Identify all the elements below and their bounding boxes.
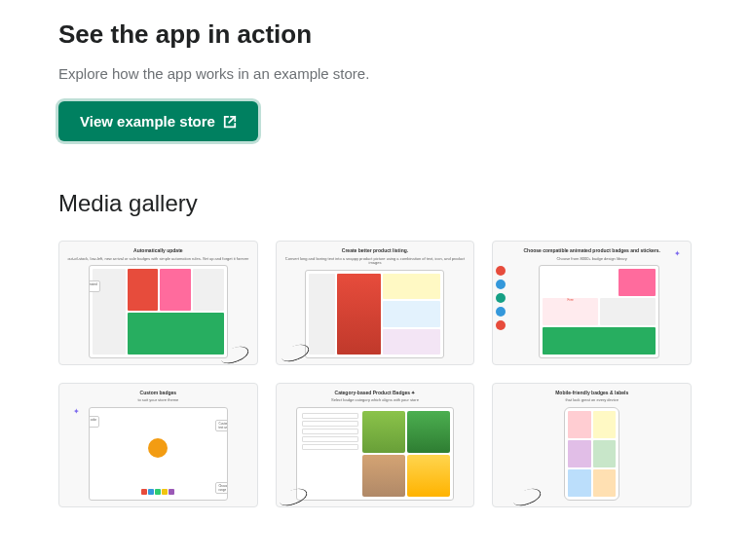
thumb-preview: Choose your colorand font Customize colo… bbox=[89, 407, 228, 501]
decorative-squiggle bbox=[511, 485, 544, 507]
gallery-item[interactable]: Create better product listing. Convert l… bbox=[276, 241, 475, 365]
thumb-title: Create better product listing. bbox=[342, 247, 408, 254]
thumb-subtitle: Choose from 8000+ badge design library bbox=[556, 257, 626, 262]
thumb-title: Automatically update bbox=[133, 247, 183, 254]
gallery-grid: Automatically update out-of-stock, low-l… bbox=[58, 241, 692, 507]
thumb-subtitle: to suit your store theme bbox=[137, 398, 178, 403]
thumb-preview: Free bbox=[539, 265, 659, 358]
thumb-title: Category-based Product Badges ✦ bbox=[335, 390, 416, 396]
thumb-preview bbox=[296, 407, 454, 501]
gallery-item[interactable]: Choose compatible animated product badge… bbox=[492, 241, 692, 365]
gallery-item[interactable]: Mobile-friendly badges & labels that loo… bbox=[492, 383, 692, 507]
thumb-title: Custom badges bbox=[140, 390, 177, 396]
action-description: Explore how the app works in an example … bbox=[58, 65, 692, 82]
thumb-subtitle: Convert long and boring text into a snap… bbox=[282, 257, 469, 267]
media-gallery-section: Media gallery Automatically update out-o… bbox=[58, 190, 692, 507]
badge-dots bbox=[496, 266, 506, 330]
sparkle-icon: ✦ bbox=[674, 249, 681, 258]
thumb-subtitle: that look great on every device bbox=[565, 398, 618, 403]
decorative-squiggle bbox=[277, 485, 309, 507]
view-example-store-button[interactable]: View example store bbox=[58, 101, 258, 141]
gallery-item[interactable]: Category-based Product Badges ✦ Select b… bbox=[276, 383, 475, 507]
callout-label: Customize colors fortext and background bbox=[215, 420, 227, 431]
thumb-subtitle: out-of-stock, low-left, new arrival or s… bbox=[67, 257, 248, 262]
decorative-squiggle bbox=[279, 341, 311, 364]
gallery-item[interactable]: Custom badges to suit your store theme C… bbox=[58, 383, 258, 507]
callout-label: Choose from arange of font styles bbox=[215, 482, 227, 494]
callout-label: Setup automatedrules once bbox=[89, 280, 100, 292]
thumb-preview bbox=[305, 270, 444, 358]
button-label: View example store bbox=[80, 113, 215, 130]
app-action-section: See the app in action Explore how the ap… bbox=[58, 19, 692, 141]
action-heading: See the app in action bbox=[58, 19, 692, 50]
thumb-title: Mobile-friendly badges & labels bbox=[555, 390, 628, 396]
media-heading: Media gallery bbox=[58, 190, 692, 217]
thumb-subtitle: Select badge category which aligns with … bbox=[331, 398, 419, 403]
external-link-icon bbox=[223, 115, 237, 129]
thumb-preview-mobile bbox=[564, 407, 619, 501]
gallery-item[interactable]: Automatically update out-of-stock, low-l… bbox=[58, 241, 258, 365]
sparkle-icon: ✦ bbox=[73, 407, 80, 416]
callout-label: Choose your colorand font bbox=[89, 416, 99, 428]
thumb-title: Choose compatible animated product badge… bbox=[524, 247, 660, 254]
thumb-preview: Setup automatedrules once bbox=[89, 265, 228, 358]
